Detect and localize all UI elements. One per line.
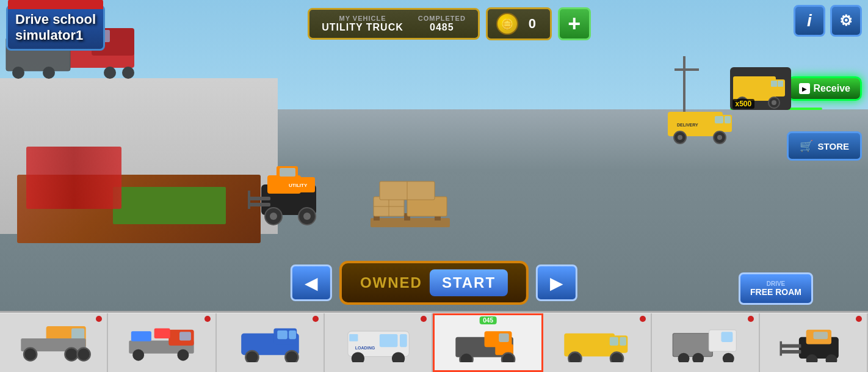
- top-hud: Drive school simulator1 MY VEHICLE UTILI…: [0, 5, 868, 51]
- next-vehicle-button[interactable]: ▶: [536, 264, 577, 301]
- svg-rect-3: [280, 168, 295, 177]
- van-icon: LOADING: [333, 323, 424, 362]
- svg-point-65: [245, 351, 258, 362]
- scene-forklift: UTILITY: [243, 154, 341, 227]
- vehicle-slot-car-carrier[interactable]: [108, 313, 216, 372]
- notification-dot: [748, 316, 754, 322]
- svg-rect-86: [673, 334, 712, 357]
- forklift-icon: [768, 323, 859, 362]
- svg-rect-42: [771, 81, 777, 87]
- logo-truck-decoration: [8, 0, 103, 9]
- svg-point-79: [502, 353, 515, 362]
- arrow-left-icon: ◀: [305, 273, 318, 293]
- store-label: STORE: [818, 141, 849, 151]
- svg-rect-94: [813, 332, 828, 339]
- svg-rect-4: [249, 197, 270, 200]
- notification-dot: [96, 316, 102, 322]
- svg-rect-26: [725, 116, 731, 123]
- svg-point-28: [678, 135, 682, 140]
- grass-patch: [113, 187, 226, 224]
- svg-point-38: [104, 67, 116, 79]
- coin-icon: 🪙: [496, 13, 518, 35]
- game-logo: Drive school simulator1: [6, 5, 105, 51]
- arrow-right-icon: ▶: [550, 273, 563, 293]
- drive-label: DRIVE: [750, 280, 801, 287]
- free-roam-button[interactable]: DRIVE FREE ROAM: [739, 272, 813, 305]
- settings-button[interactable]: ⚙: [830, 5, 862, 37]
- notification-dot: [313, 316, 319, 322]
- logo-title-line2: simulator1: [15, 27, 96, 43]
- notification-dot: [204, 316, 211, 322]
- owned-start-panel: OWNED START: [339, 261, 529, 305]
- receive-label: Receive: [814, 83, 851, 94]
- prev-vehicle-button[interactable]: ◀: [291, 264, 332, 301]
- svg-rect-63: [277, 330, 288, 339]
- svg-point-47: [772, 100, 776, 105]
- svg-rect-5: [249, 203, 270, 206]
- vehicle-strip: LOADING 045: [0, 311, 868, 372]
- completed-value: 0485: [418, 22, 466, 33]
- info-button[interactable]: i: [794, 5, 825, 37]
- svg-point-66: [285, 351, 298, 362]
- vehicle-info-panel: MY VEHICLE UTILITY TRUCK COMPLETED 0485: [308, 8, 480, 40]
- cart-icon: 🛒: [800, 139, 813, 153]
- svg-rect-76: [499, 334, 509, 342]
- vehicle-slot-yellow-truck[interactable]: [543, 313, 651, 372]
- add-coins-button[interactable]: +: [558, 7, 591, 40]
- blue-truck-icon: [225, 323, 316, 362]
- svg-point-91: [722, 353, 734, 362]
- svg-rect-69: [400, 334, 407, 347]
- svg-point-39: [122, 67, 134, 79]
- vehicle-slot-blue-truck[interactable]: [217, 313, 325, 372]
- svg-point-37: [43, 67, 55, 79]
- notification-dot: [421, 316, 427, 322]
- vehicle-slot-van[interactable]: LOADING: [325, 313, 433, 372]
- svg-point-36: [12, 67, 24, 79]
- scene-cargo-boxes: [364, 169, 456, 230]
- svg-point-10: [303, 213, 311, 220]
- receive-button[interactable]: ▶ Receive: [787, 76, 863, 101]
- svg-rect-88: [721, 332, 732, 342]
- store-button[interactable]: 🛒 STORE: [787, 131, 862, 161]
- play-icon: ▶: [799, 83, 810, 94]
- vehicle-badge: 045: [479, 316, 497, 324]
- svg-rect-49: [71, 328, 84, 340]
- vehicle-slot-semi-truck[interactable]: [652, 313, 760, 372]
- reward-multiplier: x500: [732, 99, 755, 109]
- coins-panel: 🪙 0: [486, 7, 552, 40]
- start-button[interactable]: START: [430, 269, 508, 296]
- vehicle-slot-flatbed[interactable]: [0, 313, 108, 372]
- svg-rect-95: [781, 344, 801, 348]
- shelf-decoration: [26, 147, 121, 209]
- svg-rect-57: [131, 331, 151, 341]
- vehicle-name: UTILITY TRUCK: [322, 22, 403, 33]
- svg-rect-43: [778, 81, 783, 87]
- yellow-truck-icon: [551, 323, 642, 362]
- notification-dot: [640, 316, 646, 322]
- free-roam-label: FREE ROAM: [750, 287, 801, 297]
- reward-panel: x500 ▶ Receive: [730, 67, 863, 110]
- svg-text:LOADING: LOADING: [355, 346, 375, 351]
- top-right-buttons: i ⚙: [794, 5, 862, 37]
- flatbed-truck-icon: [8, 323, 99, 362]
- svg-point-51: [24, 348, 37, 360]
- vehicle-label: MY VEHICLE: [322, 15, 403, 22]
- svg-rect-83: [620, 337, 627, 346]
- vehicle-slot-forklift[interactable]: [760, 313, 868, 372]
- svg-point-30: [717, 135, 722, 140]
- svg-rect-82: [610, 337, 618, 346]
- info-icon: i: [807, 11, 812, 31]
- svg-rect-58: [154, 328, 170, 338]
- svg-rect-40: [733, 76, 776, 101]
- svg-point-52: [65, 348, 78, 360]
- logo-title-line1: Drive school: [15, 12, 96, 27]
- notification-dot: [856, 316, 862, 322]
- svg-point-84: [569, 352, 582, 362]
- svg-text:UTILITY: UTILITY: [289, 183, 308, 188]
- completed-label: COMPLETED: [418, 15, 466, 22]
- gear-icon: ⚙: [839, 12, 853, 29]
- svg-point-78: [460, 353, 473, 362]
- vehicle-slot-utility-truck[interactable]: 045: [433, 313, 543, 372]
- power-line-cross: [675, 68, 699, 71]
- semi-truck-icon: [660, 323, 751, 362]
